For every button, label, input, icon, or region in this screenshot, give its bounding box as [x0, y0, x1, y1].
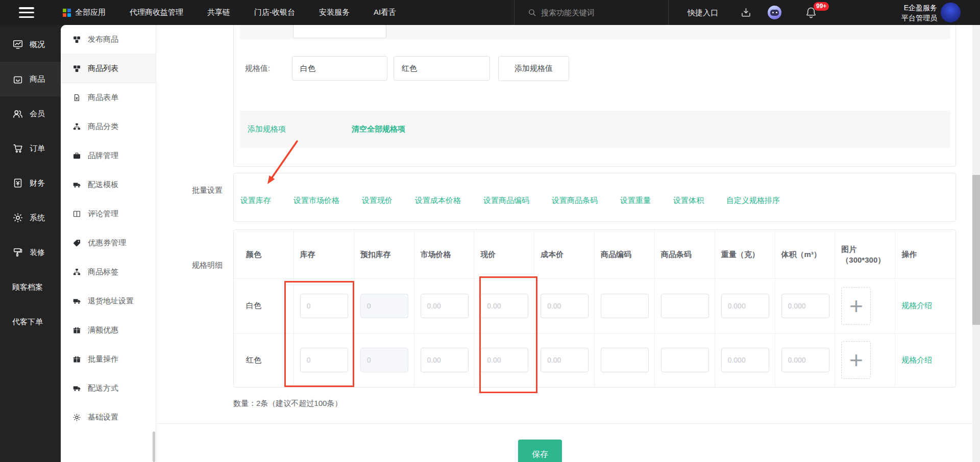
batch-set-link[interactable]: 设置市场价格: [293, 196, 339, 206]
current-price-input[interactable]: [480, 294, 528, 318]
subsidebar-item[interactable]: 退货地址设置: [61, 287, 156, 316]
subsidebar-item[interactable]: 商品表单: [61, 83, 156, 112]
subsidebar-item-label: 配送模板: [88, 180, 118, 190]
sidebar-item[interactable]: 代客下单: [0, 304, 61, 339]
sidebar-item[interactable]: 订单: [0, 131, 61, 166]
subsidebar-item-label: 商品标签: [88, 267, 118, 277]
spec-intro-link[interactable]: 规格介绍: [901, 355, 932, 365]
current-price-input[interactable]: [480, 348, 528, 372]
cost-price-input[interactable]: [541, 348, 589, 372]
table-header-cell: 颜色: [234, 230, 294, 278]
market-price-input[interactable]: [421, 294, 469, 318]
subsidebar-item-icon: [72, 413, 81, 422]
topbar: 全部应用 代理商收益管理 共享链 门店-收银台: [0, 0, 980, 25]
batch-set-link[interactable]: 设置体积: [673, 196, 704, 206]
subsidebar-item[interactable]: 评论管理: [61, 199, 156, 228]
sidebar-item[interactable]: 财务: [0, 166, 61, 200]
subsidebar-item-icon: [72, 326, 81, 335]
spec-value-input-2[interactable]: [394, 56, 490, 81]
sidebar-item[interactable]: 概况: [0, 27, 61, 62]
search-input[interactable]: [541, 8, 653, 17]
subsidebar-item[interactable]: 满额优惠: [61, 316, 156, 345]
spec-links-band: [240, 111, 950, 148]
add-spec-value-button[interactable]: 添加规格值: [498, 56, 569, 81]
batch-set-link[interactable]: 设置库存: [240, 196, 271, 206]
stock-input[interactable]: [300, 294, 348, 318]
subsidebar-item-label: 商品表单: [88, 93, 118, 102]
subsidebar-item[interactable]: 商品列表: [61, 54, 156, 83]
plus-icon: +: [849, 296, 863, 316]
sidebar: 概况 商品 会员 订单 财务: [0, 25, 61, 462]
batch-set-link[interactable]: 设置商品编码: [483, 196, 529, 206]
subsidebar-item[interactable]: 配送方式: [61, 374, 156, 403]
sidebar-item-icon: [12, 39, 23, 50]
quick-entry-link[interactable]: 快捷入口: [688, 0, 718, 25]
stock-input[interactable]: [300, 348, 348, 372]
save-button[interactable]: 保存: [518, 440, 562, 462]
ai-robot-icon[interactable]: [768, 6, 781, 19]
batch-set-link[interactable]: 设置商品条码: [552, 196, 598, 206]
sidebar-item-label: 商品: [30, 74, 45, 84]
product-barcode-input[interactable]: [661, 348, 709, 372]
subsidebar-item[interactable]: 批量操作: [61, 345, 156, 374]
subsidebar-item[interactable]: 商品分类: [61, 112, 156, 141]
batch-set-link[interactable]: 自定义规格排序: [726, 196, 780, 206]
subsidebar-item[interactable]: 配送模板: [61, 170, 156, 199]
topbar-nav-item[interactable]: 共享链: [207, 8, 230, 17]
page-scrollbar[interactable]: [972, 25, 980, 462]
batch-set-link[interactable]: 设置重量: [620, 196, 651, 206]
image-upload-box[interactable]: +: [841, 341, 871, 379]
product-barcode-input[interactable]: [661, 294, 709, 318]
subsidebar-item[interactable]: 基础设置: [61, 403, 156, 432]
sidebar-item[interactable]: 会员: [0, 96, 61, 131]
subsidebar-item-icon: [72, 93, 81, 102]
product-code-input[interactable]: [601, 294, 649, 318]
market-price-input[interactable]: [421, 348, 469, 372]
add-spec-item-link[interactable]: 添加规格项: [248, 124, 286, 134]
notification-badge: 99+: [814, 2, 829, 11]
subsidebar-item-icon: [72, 151, 81, 160]
table-row: 白色 + 规格介绍: [234, 278, 955, 333]
weight-input[interactable]: [721, 348, 769, 372]
table-row: 红色 + 规格介绍: [234, 333, 955, 388]
subsidebar-item-icon: [72, 122, 81, 131]
plus-icon: +: [849, 350, 863, 370]
image-upload-box[interactable]: +: [841, 287, 871, 325]
topbar-nav-item[interactable]: AI看舌: [374, 8, 396, 17]
sidebar-item[interactable]: 装修: [0, 235, 61, 270]
subsidebar-item[interactable]: 发布商品: [61, 25, 156, 54]
clear-spec-items-link[interactable]: 清空全部规格项: [352, 124, 405, 134]
spec-item-name-input-partial[interactable]: [293, 25, 386, 38]
volume-input[interactable]: [781, 294, 829, 318]
spec-intro-link[interactable]: 规格介绍: [901, 301, 932, 311]
avatar[interactable]: [941, 3, 961, 22]
main-content: 规格值: 添加规格值 添加规格项 清空全部规格项 批量设置 设置库存 设置市场价…: [156, 25, 972, 462]
subsidebar-scrollbar[interactable]: [153, 431, 155, 462]
menu-icon[interactable]: [19, 7, 34, 18]
topbar-nav-item[interactable]: 全部应用: [63, 8, 106, 17]
scrollbar-thumb[interactable]: [972, 175, 980, 325]
subsidebar: 发布商品 商品列表 商品表单 商品分类: [61, 25, 156, 462]
topbar-nav-label: 共享链: [207, 8, 230, 17]
batch-set-link[interactable]: 设置成本价格: [415, 196, 461, 206]
sidebar-item[interactable]: 商品: [0, 62, 61, 96]
footer-divider: [156, 423, 972, 424]
product-code-input[interactable]: [601, 348, 649, 372]
subsidebar-item[interactable]: 优惠券管理: [61, 228, 156, 258]
batch-set-link[interactable]: 设置现价: [362, 196, 393, 206]
topbar-nav-item[interactable]: 代理商收益管理: [130, 8, 183, 17]
download-icon[interactable]: [740, 6, 752, 19]
account-info[interactable]: E企盈服务 平台管理员: [901, 3, 937, 23]
sidebar-item[interactable]: 系统: [0, 200, 61, 235]
topbar-nav-item[interactable]: 安装服务: [319, 8, 350, 17]
volume-input[interactable]: [781, 348, 829, 372]
subsidebar-item[interactable]: 品牌管理: [61, 141, 156, 170]
topbar-nav-label: 安装服务: [319, 8, 350, 17]
weight-input[interactable]: [721, 294, 769, 318]
cost-price-input[interactable]: [541, 294, 589, 318]
subsidebar-item-label: 商品分类: [88, 122, 118, 132]
topbar-nav-item[interactable]: 门店-收银台: [254, 8, 295, 17]
spec-value-input-1[interactable]: [292, 56, 387, 81]
sidebar-item[interactable]: 顾客档案: [0, 270, 61, 304]
subsidebar-item[interactable]: 商品标签: [61, 258, 156, 287]
